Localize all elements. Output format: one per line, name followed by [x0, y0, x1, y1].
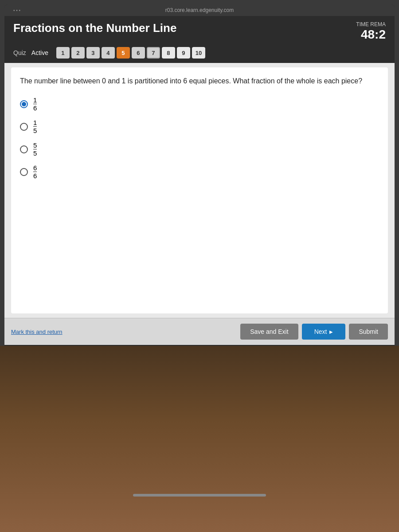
fraction-a: 1 6 [33, 97, 37, 111]
submit-button[interactable]: Submit [349, 324, 388, 340]
question-number-btn-6[interactable]: 6 [132, 47, 145, 59]
fraction-c: 5 5 [33, 142, 37, 156]
answer-choices: 1 6 1 5 5 5 6 6 [20, 97, 379, 179]
answer-choice-d[interactable]: 6 6 [20, 164, 379, 179]
radio-d[interactable] [20, 168, 28, 176]
page-title: Fractions on the Number Line [13, 21, 176, 35]
quiz-panel: Fractions on the Number Line TIME REMA 4… [4, 16, 395, 345]
action-buttons: Save and Exit Next Submit [240, 324, 388, 340]
question-number-btn-7[interactable]: 7 [147, 47, 160, 59]
fraction-d: 6 6 [33, 164, 37, 179]
question-number-btn-8[interactable]: 8 [162, 47, 175, 59]
radio-b[interactable] [20, 123, 28, 131]
url-text: r03.core.learn.edgenuity.com [165, 7, 234, 13]
time-value: 48:2 [356, 27, 386, 42]
question-number-btn-3[interactable]: 3 [86, 47, 100, 59]
url-bar: r03.core.learn.edgenuity.com [4, 4, 395, 16]
quiz-header: Fractions on the Number Line TIME REMA 4… [4, 16, 395, 45]
time-remaining-label: TIME REMA [356, 21, 386, 27]
question-number-btn-9[interactable]: 9 [177, 47, 190, 59]
answer-choice-a[interactable]: 1 6 [20, 97, 379, 111]
radio-c[interactable] [20, 145, 28, 153]
question-number-btn-1[interactable]: 1 [56, 47, 70, 59]
save-exit-button[interactable]: Save and Exit [240, 324, 298, 340]
scrollbar[interactable] [133, 494, 266, 497]
time-remaining-section: TIME REMA 48:2 [356, 21, 386, 42]
question-area: The number line between 0 and 1 is parti… [11, 67, 388, 313]
next-button[interactable]: Next [302, 324, 346, 340]
quiz-title-section: Fractions on the Number Line [13, 21, 176, 35]
quiz-label: Quiz [13, 49, 26, 56]
quiz-active-label: Active [31, 49, 48, 56]
question-numbers: 12345678910 [56, 47, 205, 59]
radio-a[interactable] [20, 100, 28, 108]
question-number-btn-4[interactable]: 4 [102, 47, 115, 59]
question-number-btn-5[interactable]: 5 [117, 47, 130, 59]
question-number-btn-2[interactable]: 2 [71, 47, 85, 59]
quiz-status-bar: Quiz Active 12345678910 [4, 45, 395, 63]
question-number-btn-10[interactable]: 10 [192, 47, 205, 59]
question-text: The number line between 0 and 1 is parti… [20, 76, 379, 86]
mark-return-link[interactable]: Mark this and return [11, 329, 63, 335]
action-bar: Mark this and return Save and Exit Next … [4, 318, 395, 345]
answer-choice-c[interactable]: 5 5 [20, 142, 379, 156]
answer-choice-b[interactable]: 1 5 [20, 119, 379, 134]
fraction-b: 1 5 [33, 119, 37, 134]
